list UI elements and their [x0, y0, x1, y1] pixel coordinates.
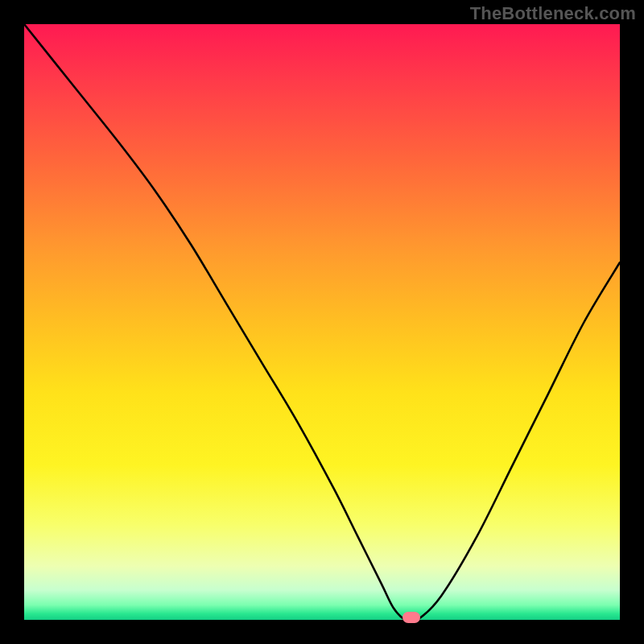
- bottleneck-curve: [24, 24, 620, 620]
- plot-area: [24, 24, 620, 620]
- watermark-text: TheBottleneck.com: [470, 3, 636, 24]
- optimal-marker: [402, 612, 420, 623]
- chart-frame: TheBottleneck.com: [0, 0, 644, 644]
